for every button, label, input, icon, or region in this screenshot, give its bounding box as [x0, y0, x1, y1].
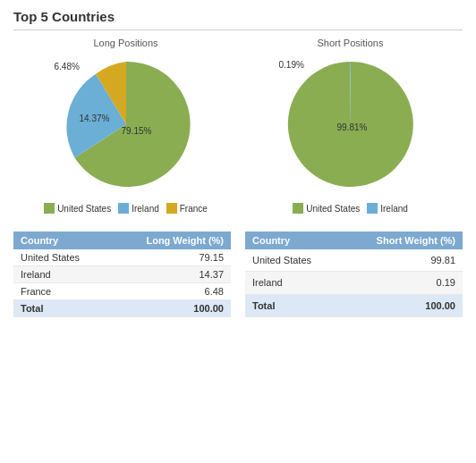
short-row-1-country: Ireland [245, 272, 341, 294]
long-legend: United States Ireland France [44, 203, 208, 214]
short-label-us: 99.81% [337, 122, 368, 132]
long-legend-item-ireland: Ireland [118, 203, 159, 214]
short-legend-item-ireland: Ireland [367, 203, 408, 214]
short-row-1-value: 0.19 [341, 272, 463, 294]
long-total-row: Total 100.00 [13, 300, 231, 317]
short-legend-item-us: United States [293, 203, 360, 214]
short-row-0-value: 99.81 [341, 249, 463, 272]
short-table-header-country: Country [245, 232, 341, 249]
short-chart-container: Short Positions 99.81% 0.19% United Stat… [243, 38, 458, 214]
long-chart-title: Long Positions [93, 38, 157, 48]
short-total-row: Total 100.00 [245, 294, 463, 316]
long-row-1-value: 14.37 [110, 266, 231, 283]
short-legend-color-ireland [367, 203, 378, 214]
short-row-0-country: United States [245, 249, 341, 272]
table-row: United States 99.81 [245, 249, 463, 272]
page-title: Top 5 Countries [13, 9, 463, 30]
long-label-us: 79.15% [122, 126, 152, 136]
long-label-france: 6.48% [55, 62, 80, 72]
short-table-header-weight: Short Weight (%) [341, 232, 463, 249]
short-legend-color-us [293, 203, 303, 214]
long-pie-wrapper: 79.15% 14.37% 6.48% [55, 53, 198, 196]
long-label-ireland: 14.37% [80, 114, 110, 123]
long-legend-label-us: United States [57, 204, 111, 214]
long-legend-color-us [44, 203, 55, 214]
short-legend-label-ireland: Ireland [380, 204, 408, 214]
short-total-value: 100.00 [341, 294, 463, 316]
long-legend-item-us: United States [44, 203, 111, 214]
charts-row: Long Positions 79.15% 14.37% 6.48% Unit [13, 38, 463, 214]
table-row: Ireland 14.37 [13, 266, 231, 283]
short-legend-label-us: United States [306, 204, 360, 214]
long-table-header-country: Country [13, 232, 110, 249]
long-table-header-weight: Long Weight (%) [110, 232, 231, 249]
short-total-label: Total [245, 294, 341, 316]
short-chart-title: Short Positions [318, 38, 384, 48]
long-total-label: Total [13, 300, 110, 317]
long-legend-color-france [166, 203, 177, 214]
long-chart-container: Long Positions 79.15% 14.37% 6.48% Unit [19, 38, 234, 214]
long-legend-label-france: France [180, 204, 208, 214]
long-row-0-value: 79.15 [110, 249, 231, 266]
long-row-0-country: United States [13, 249, 110, 266]
long-row-2-value: 6.48 [110, 283, 231, 300]
long-row-2-country: France [13, 283, 110, 300]
short-table: Country Short Weight (%) United States 9… [245, 232, 463, 317]
short-label-ireland: 0.19% [279, 60, 304, 70]
long-legend-label-ireland: Ireland [132, 204, 159, 214]
long-row-1-country: Ireland [13, 266, 110, 283]
short-legend: United States Ireland [293, 203, 408, 214]
tables-row: Country Long Weight (%) United States 79… [13, 232, 463, 317]
long-legend-item-france: France [166, 203, 208, 214]
long-pie-chart [55, 53, 198, 196]
short-pie-wrapper: 99.81% 0.19% [279, 53, 422, 196]
long-legend-color-ireland [118, 203, 129, 214]
long-total-value: 100.00 [110, 300, 231, 317]
table-row: Ireland 0.19 [245, 272, 463, 294]
table-row: United States 79.15 [13, 249, 231, 266]
long-table: Country Long Weight (%) United States 79… [13, 232, 231, 317]
table-row: France 6.48 [13, 283, 231, 300]
